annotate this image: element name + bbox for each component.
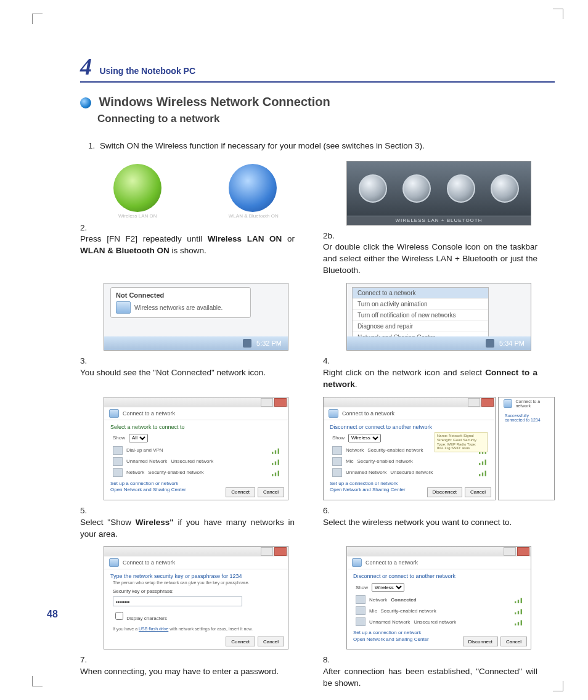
- net-type: Security-enabled network: [148, 470, 203, 475]
- dialog-footer: DisconnectCancel: [427, 487, 491, 497]
- minimize-button: [504, 547, 516, 556]
- network-popup: Not Connected Wireless networks are avai…: [110, 287, 251, 318]
- page-number: 48: [47, 609, 58, 620]
- net-type: Unsecured network: [414, 619, 456, 625]
- signal-icon: [476, 469, 486, 476]
- dialog-title: Connect to a network: [342, 410, 394, 417]
- console-bar: [347, 161, 531, 216]
- step-7: 7. When connecting, you may have to ente…: [80, 654, 312, 678]
- net-icon: [356, 595, 365, 604]
- dialog-titlebar: [347, 547, 531, 556]
- step-text: Right click on the network icon and sele…: [323, 367, 537, 391]
- network-row: Unnamed NetworkUnsecured network: [324, 467, 495, 478]
- step-text: Or double click the Wireless Console ico…: [323, 242, 537, 277]
- col-right: Connect to a network Turn on activity an…: [323, 283, 555, 397]
- dialog-heading: Disconnect or connect to another network: [324, 420, 495, 431]
- chapter-title: Using the Notebook PC: [99, 66, 195, 76]
- wlan-icon: [402, 174, 431, 203]
- taskbar: 5:34 PM: [347, 336, 531, 350]
- show-label: Show: [332, 435, 345, 441]
- signal-icon: [512, 596, 522, 603]
- step-text: You should see the "Not Connected" netwo…: [80, 367, 295, 379]
- context-menu: Connect to a network Turn on activity an…: [352, 287, 489, 344]
- net-name: Unnamed Network: [369, 619, 410, 625]
- step-number: 3.: [80, 356, 96, 367]
- cancel-button: Cancel: [258, 487, 284, 497]
- dialog-title: Connect to a network: [123, 560, 175, 566]
- col-right: Connect to a network Disconnect or conne…: [323, 397, 555, 547]
- net-icon: [332, 446, 342, 455]
- dialog-titlebar: [104, 397, 288, 407]
- dialog-header: Connect to a network: [347, 556, 531, 569]
- chapter-header: 4 Using the Notebook PC: [80, 53, 555, 83]
- wlan-on-label: Wireless LAN ON: [113, 213, 161, 219]
- step-text: Press [FN F2] repeatedly until Wireless …: [80, 234, 295, 257]
- step-text: After connection has been established, "…: [323, 666, 537, 690]
- net-icon: [113, 457, 123, 466]
- disconnect-dialog-fig: Connect to a network Disconnect or conne…: [323, 397, 496, 500]
- col-left: Connect to a network Type the network se…: [80, 546, 312, 696]
- net-icon: [356, 606, 365, 615]
- success-msg: Successfully connected to 1234: [499, 410, 554, 423]
- net-icon: [332, 457, 342, 466]
- section-header: Windows Wireless Network Connection Conn…: [80, 95, 555, 125]
- console-bar-label: WIRELESS LAN + BLUETOOTH: [347, 216, 531, 225]
- net-icon: [113, 468, 123, 477]
- show-label: Show: [356, 585, 368, 590]
- step-6: 6. Select the wireless network you want …: [323, 505, 555, 529]
- usb-note: If you have a USB flash drive with netwo…: [104, 623, 288, 635]
- link: Set up a connection or network: [330, 481, 489, 487]
- step-5: 5. Select "Show Wireless" if you have ma…: [80, 505, 312, 540]
- col-right: WIRELESS LAN + BLUETOOTH 2b. Or double c…: [323, 161, 555, 283]
- dialog-footer: ConnectCancel: [226, 637, 284, 646]
- security-key-input: [113, 596, 242, 606]
- key-label: Security key or passphrase:: [104, 585, 288, 594]
- checkbox-label: Display characters: [126, 616, 167, 621]
- menu-item: Turn on activity animation: [353, 299, 488, 310]
- dialog-title: Connect to a network: [365, 560, 418, 566]
- net-type: Connected: [391, 597, 416, 603]
- dialog-titlebar: [324, 397, 495, 407]
- popup-msg: Wireless networks are available.: [134, 304, 223, 311]
- pc-icon: [116, 301, 131, 314]
- bluetooth-icon: [447, 174, 475, 203]
- show-label: Show: [113, 435, 125, 441]
- chapter-number: 4: [80, 53, 92, 80]
- step-list-top: Switch ON the Wireless function if neces…: [97, 140, 555, 152]
- net-type: Security-enabled network: [367, 447, 423, 453]
- wlan-bt-combo-icon: [359, 174, 387, 203]
- usb-link: USB flash drive: [139, 627, 168, 631]
- dialog-title: Connect to a network: [123, 410, 175, 417]
- taskbar-time: 5:34 PM: [499, 340, 525, 347]
- network-row: Dial-up and VPN: [104, 445, 288, 456]
- wlan-bt-on-icon: [229, 164, 277, 212]
- dialog-heading: Disconnect or connect to another network: [347, 569, 531, 580]
- col-right: Connect to a network Disconnect or conne…: [323, 546, 555, 696]
- tray-network-icon: [486, 339, 494, 348]
- step-number: 4.: [323, 356, 339, 367]
- step-8: 8. After connection has been established…: [323, 654, 555, 690]
- minimize-button: [261, 547, 273, 556]
- pc-icon: [109, 409, 119, 418]
- dialog-subtext: The person who setup the network can giv…: [104, 580, 288, 585]
- step-number: 6.: [323, 505, 339, 517]
- wlan-icon-group: Wireless LAN ON: [113, 164, 161, 219]
- step-3: 3. You should see the "Not Connected" ne…: [80, 356, 312, 379]
- close-button: [274, 547, 287, 556]
- disconnect-button: Disconnect: [427, 487, 463, 497]
- step-1: Switch ON the Wireless function if neces…: [97, 140, 555, 152]
- off-icon: [491, 174, 519, 203]
- show-selector: ShowWireless: [347, 580, 531, 594]
- section-title: Windows Wireless Network Connection: [99, 95, 330, 109]
- checkbox: [115, 612, 123, 620]
- menu-item: Diagnose and repair: [353, 321, 488, 332]
- dialog-titlebar: [104, 547, 288, 556]
- pc-icon: [504, 399, 512, 408]
- signal-icon: [269, 458, 279, 465]
- net-icon: [332, 468, 342, 477]
- menu-item: Turn off notification of new networks: [353, 310, 488, 321]
- menu-item: Connect to a network: [353, 288, 488, 299]
- col-left: Connect to a network Select a network to…: [80, 397, 312, 547]
- pc-icon: [109, 558, 119, 567]
- dialog-header: Connect to a network: [499, 397, 554, 410]
